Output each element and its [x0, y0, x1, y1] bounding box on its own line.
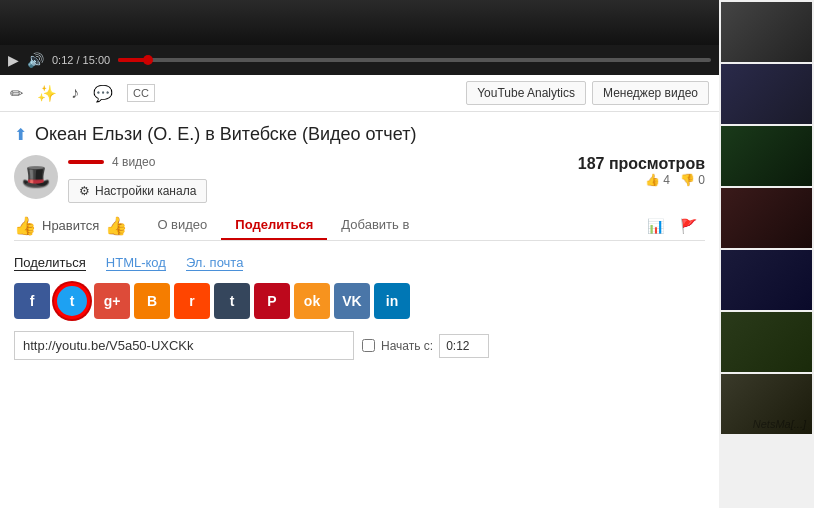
- channel-name[interactable]: [68, 160, 104, 164]
- avatar: 🎩: [14, 155, 58, 199]
- like-button[interactable]: 👍: [14, 215, 36, 237]
- dislike-button[interactable]: 👎: [105, 215, 127, 237]
- start-from-area: Начать с:: [362, 334, 489, 358]
- facebook-share-button[interactable]: f: [14, 283, 50, 319]
- start-from-checkbox[interactable]: [362, 339, 375, 352]
- progress-bar[interactable]: [118, 58, 711, 62]
- blogger-share-button[interactable]: B: [134, 283, 170, 319]
- tumblr-share-button[interactable]: t: [214, 283, 250, 319]
- sub-tab-html[interactable]: HTML-код: [106, 255, 166, 271]
- view-count: 187 просмотров: [565, 155, 705, 173]
- gplus-share-button[interactable]: g+: [94, 283, 130, 319]
- sidebar-thumb-4[interactable]: [721, 188, 812, 248]
- time-display: 0:12 / 15:00: [52, 54, 110, 66]
- upload-icon: ⬆: [14, 125, 27, 144]
- share-url-input[interactable]: [14, 331, 354, 360]
- edit-icon[interactable]: ✏: [10, 84, 23, 103]
- music-icon[interactable]: ♪: [71, 84, 79, 102]
- stats-icon[interactable]: 📊: [639, 212, 672, 240]
- like-count: 👍 4: [645, 173, 670, 187]
- url-row: Начать с:: [14, 331, 705, 360]
- like-label: Нравится: [42, 218, 99, 233]
- social-icons-row: f t g+ B r t P ok VK in: [14, 283, 705, 319]
- sub-tab-email[interactable]: Эл. почта: [186, 255, 244, 271]
- linkedin-share-button[interactable]: in: [374, 283, 410, 319]
- youtube-analytics-button[interactable]: YouTube Analytics: [466, 81, 586, 105]
- video-manager-button[interactable]: Менеджер видео: [592, 81, 709, 105]
- channel-name-row: 4 видео: [68, 155, 565, 169]
- start-time-input[interactable]: [439, 334, 489, 358]
- comment-icon[interactable]: 💬: [93, 84, 113, 103]
- channel-settings-label: Настройки канала: [95, 184, 196, 198]
- twitter-share-button[interactable]: t: [54, 283, 90, 319]
- sidebar-thumb-6[interactable]: [721, 312, 812, 372]
- toolbar-row: ✏ ✨ ♪ 💬 CC YouTube Analytics Менеджер ви…: [0, 75, 719, 112]
- flag-icon[interactable]: 🚩: [672, 212, 705, 240]
- title-row: ⬆ Океан Ельзи (О. Е.) в Витебске (Видео …: [14, 124, 705, 145]
- sidebar-thumb-1[interactable]: [721, 2, 812, 62]
- content-area: ⬆ Океан Ельзи (О. Е.) в Витебске (Видео …: [0, 112, 719, 508]
- watermark: NetsMa[...]: [753, 418, 806, 430]
- odnoklassniki-share-button[interactable]: ok: [294, 283, 330, 319]
- tab-add-to[interactable]: Добавить в: [327, 211, 423, 240]
- pinterest-share-button[interactable]: P: [254, 283, 290, 319]
- play-button[interactable]: ▶: [8, 52, 19, 68]
- vk-share-button[interactable]: VK: [334, 283, 370, 319]
- action-tabs: 👍 Нравится 👎 О видео Поделиться Добавить…: [14, 211, 705, 241]
- tab-share[interactable]: Поделиться: [221, 211, 327, 240]
- tab-about-video[interactable]: О видео: [143, 211, 221, 240]
- dislike-count: 👎 0: [680, 173, 705, 187]
- sidebar: NetsMa[...]: [719, 0, 814, 508]
- magic-icon[interactable]: ✨: [37, 84, 57, 103]
- sidebar-thumb-7[interactable]: NetsMa[...]: [721, 374, 812, 434]
- volume-icon[interactable]: 🔊: [27, 52, 44, 68]
- settings-icon: ⚙: [79, 184, 90, 198]
- share-section: Поделиться HTML-код Эл. почта f t g+ B r…: [14, 251, 705, 364]
- channel-videos: 4 видео: [112, 155, 155, 169]
- video-player: ▶ 🔊 0:12 / 15:00: [0, 0, 719, 75]
- sidebar-thumb-5[interactable]: [721, 250, 812, 310]
- sidebar-thumb-3[interactable]: [721, 126, 812, 186]
- sub-tab-share[interactable]: Поделиться: [14, 255, 86, 271]
- video-title: Океан Ельзи (О. Е.) в Витебске (Видео от…: [35, 124, 416, 145]
- reddit-share-button[interactable]: r: [174, 283, 210, 319]
- channel-settings-button[interactable]: ⚙ Настройки канала: [68, 179, 207, 203]
- cc-button[interactable]: CC: [127, 84, 155, 102]
- start-from-label: Начать с:: [381, 339, 433, 353]
- share-sub-tabs: Поделиться HTML-код Эл. почта: [14, 255, 705, 271]
- sidebar-thumb-2[interactable]: [721, 64, 812, 124]
